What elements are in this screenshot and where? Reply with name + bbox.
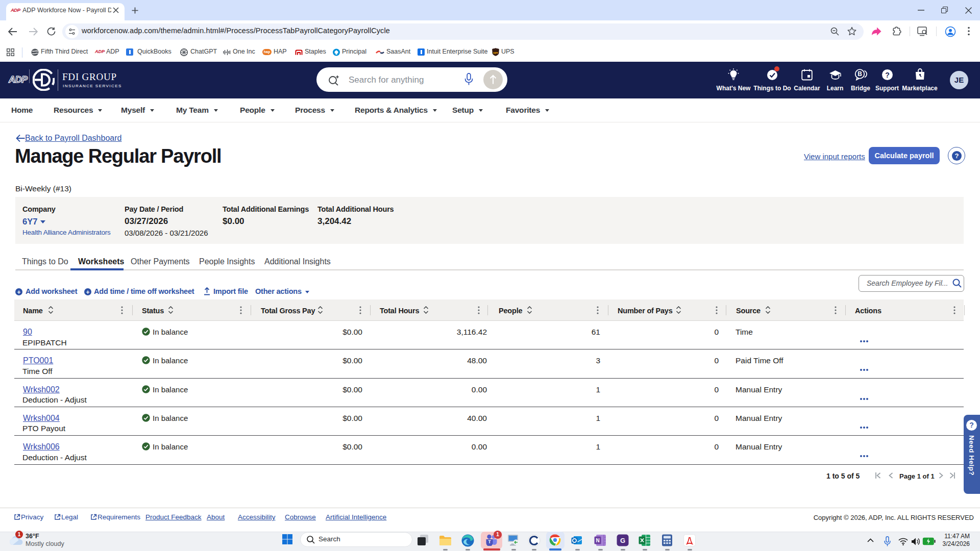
svg-text:B: B	[857, 70, 862, 78]
svg-text:ups: ups	[493, 51, 498, 54]
svg-text:T: T	[488, 539, 491, 544]
svg-text:?: ?	[885, 71, 890, 79]
svg-text:N: N	[596, 538, 599, 543]
svg-text:G: G	[620, 537, 625, 544]
